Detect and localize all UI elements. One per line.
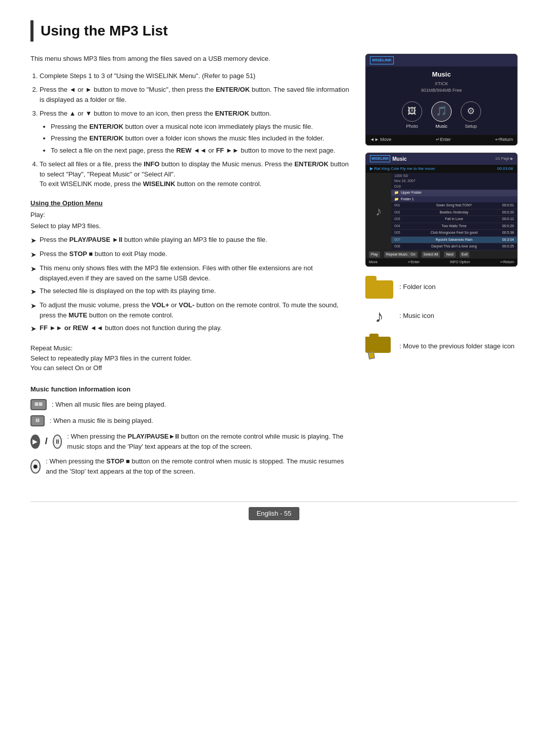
step-4-extra: To exit WISELINK mode, press the WISELIN… bbox=[40, 180, 261, 188]
file-004: 004 Two Waltz Time 00:0:29 bbox=[391, 223, 517, 230]
prev-folder-paper bbox=[368, 351, 375, 359]
step-3-sublist: Pressing the ENTER/OK button over a musi… bbox=[40, 122, 350, 156]
file-004-num: 004 bbox=[394, 224, 404, 229]
music-icon-label: : Music icon bbox=[399, 311, 434, 321]
content-area: This menu shows MP3 files from among the… bbox=[30, 54, 518, 481]
repeat-desc2: You can select On or Off bbox=[30, 363, 350, 373]
step-3-sub-2-bold: ENTER/OK bbox=[89, 134, 123, 142]
folder-tab bbox=[365, 276, 376, 280]
arrow-item-5-text: To adjust the music volume, press the VO… bbox=[40, 300, 350, 320]
icon-stop: ⏺ bbox=[30, 459, 41, 474]
file-005-time: 00:5:38 bbox=[502, 230, 514, 236]
ui-screen-music-menu: WISELINK Music XTICK901MB/994MB Free 🖼 P… bbox=[365, 54, 518, 146]
arrow-item-2-text: Press the STOP ■ button to exit Play mod… bbox=[40, 249, 167, 259]
play-label: Play: bbox=[30, 210, 350, 220]
file-008-num: 008 bbox=[394, 244, 404, 249]
ui-nav-enter: ↵Enter bbox=[436, 136, 451, 143]
music-nav-info: INFO Option bbox=[450, 260, 470, 265]
page-title: Using the MP3 List bbox=[30, 20, 518, 42]
music-nav-bar: Move ↵Enter INFO Option ↩Return bbox=[366, 259, 517, 266]
ui-icon-photo: 🖼 Photo bbox=[402, 101, 422, 130]
step-4-info: INFO bbox=[144, 160, 159, 168]
file-001-name: Swan Song feat.TONY bbox=[436, 203, 472, 208]
ff-rew-bold: FF ►► or REW ◄◄ bbox=[40, 324, 103, 332]
icon-play-pause-label: : When pressing the PLAY/PAUSE►II button… bbox=[67, 431, 350, 451]
folder-1-icon-sym: 📁 bbox=[394, 197, 399, 202]
volplus-bold: VOL+ bbox=[152, 301, 169, 309]
file-002-time: 00:0:20 bbox=[502, 210, 514, 215]
step-2-text: Press the ◄ or ► button to move to "Musi… bbox=[40, 86, 349, 103]
music-nav-enter: ↵Enter bbox=[408, 260, 420, 265]
ui-screen-sub-1: XTICK901MB/994MB Free bbox=[366, 81, 517, 94]
arrow-item-1: ➤ Press the PLAY/PAUSE ►II button while … bbox=[30, 235, 350, 246]
music-note-icon: ♪ bbox=[366, 173, 391, 250]
folder-icon-label: : Folder icon bbox=[399, 282, 436, 292]
music-list-area: ♪ 1000 SD Nov 16, 2007 D16 📁 Upper Folde… bbox=[366, 173, 517, 250]
ctrl-next: Next bbox=[444, 251, 455, 258]
upper-folder-label: Upper Folder bbox=[401, 190, 422, 196]
footer-badge: English - 55 bbox=[249, 507, 300, 520]
repeat-label: Repeat Music: bbox=[30, 343, 350, 353]
step-3-sub-3-rew: REW ◄◄ bbox=[176, 147, 207, 154]
ui-icon-music-circle: 🎵 bbox=[431, 101, 452, 122]
arrow-item-2: ➤ Press the STOP ■ button to exit Play m… bbox=[30, 249, 350, 260]
file-003: 003 Fall in Love 00:0:12 bbox=[391, 216, 517, 223]
ctrl-repeat: Repeat Music : On bbox=[384, 251, 418, 258]
ui-icon-setup-label: Setup bbox=[465, 123, 477, 130]
arrow-item-1-text: Press the PLAY/PAUSE ►II button while pl… bbox=[40, 235, 267, 245]
icon-row-play-pause: ▶ / ⏸ : When pressing the PLAY/PAUSE►II … bbox=[30, 431, 350, 451]
step-2: Press the ◄ or ► button to move to "Musi… bbox=[40, 85, 350, 104]
prev-folder-label: : Move to the previous folder stage icon bbox=[399, 341, 515, 351]
file-001-time: 00:0:01 bbox=[502, 203, 514, 208]
file-008-time: 00:0:25 bbox=[502, 244, 514, 249]
arrow-item-5: ➤ To adjust the music volume, press the … bbox=[30, 300, 350, 320]
music-nav-return: ↩Return bbox=[500, 260, 514, 265]
file-002-num: 002 bbox=[394, 210, 404, 215]
icon-row-all-files: ⊞⊞ : When all music files are being play… bbox=[30, 399, 350, 410]
music-screen-pageinfo: 1/1 Page ▶ bbox=[495, 156, 513, 162]
icon-single-file: ⊟ bbox=[30, 415, 45, 426]
option-menu-heading: Using the Option Menu bbox=[30, 198, 350, 208]
ctrl-exit: Exit bbox=[460, 251, 470, 258]
step-3-text: Press the ▲ or ▼ button to move to an ic… bbox=[40, 110, 271, 117]
arrow-item-3-text: This menu only shows files with the MP3 … bbox=[40, 263, 350, 283]
music-file-list: 1000 SD Nov 16, 2007 D16 📁 Upper Folder … bbox=[391, 173, 517, 250]
ui-icon-photo-circle: 🖼 bbox=[402, 101, 422, 122]
ui-icon-music: 🎵 Music bbox=[431, 101, 452, 130]
ui-screen-title-1: Music bbox=[366, 66, 517, 81]
step-4-wiselink: WISELINK bbox=[143, 180, 176, 188]
play-pause-func-bold: PLAY/PAUSE►II bbox=[128, 433, 179, 440]
arrow-sym-6: ➤ bbox=[30, 323, 37, 334]
icon-single-file-label: : When a music file is being played. bbox=[50, 416, 153, 426]
icon-pause: ⏸ bbox=[53, 435, 62, 449]
ui-screen-music-list: WISELINK Music 1/1 Page ▶ ▶ Rat King Col… bbox=[365, 153, 518, 267]
file-007-name: Ryuichi Sakamoto Rain bbox=[435, 237, 472, 243]
stop-func-bold: STOP ■ bbox=[107, 457, 130, 465]
file-001: 001 Swan Song feat.TONY 00:0:01 bbox=[391, 202, 517, 209]
arrow-sym-5: ➤ bbox=[30, 301, 37, 311]
repeat-section: Repeat Music: Select to repeatedly play … bbox=[30, 343, 350, 373]
file-007-num: 007 bbox=[394, 237, 404, 243]
file-004-name: Two Waltz Time bbox=[441, 224, 466, 229]
music-icon-container: ♪ bbox=[365, 305, 393, 328]
file-001-num: 001 bbox=[394, 203, 404, 208]
repeat-desc1: Select to repeatedly play MP3 files in t… bbox=[30, 353, 350, 364]
step-4-text: To select all files or a file, press the… bbox=[40, 160, 349, 178]
file-008: 008 Darjeel This ain't a love song 00:0:… bbox=[391, 243, 517, 250]
icon-explain-music: ♪ : Music icon bbox=[365, 305, 518, 328]
arrow-item-4: ➤ The selected file is displayed on the … bbox=[30, 286, 350, 297]
ui-nav-move: ◄► Move bbox=[370, 136, 391, 143]
page-footer: English - 55 bbox=[30, 501, 518, 520]
folder-1-label: Folder 1 bbox=[401, 197, 414, 202]
folder-body bbox=[365, 280, 393, 299]
file-004-time: 00:0:29 bbox=[502, 224, 514, 229]
step-3-bold: ENTER/OK bbox=[215, 110, 249, 117]
now-playing-time: 00:03:08 bbox=[497, 166, 513, 172]
ui-icon-setup-circle: ⚙ bbox=[461, 101, 481, 122]
file-005-num: 005 bbox=[394, 230, 404, 236]
icon-stop-label: : When pressing the STOP ■ button on the… bbox=[46, 456, 350, 476]
right-column: WISELINK Music XTICK901MB/994MB Free 🖼 P… bbox=[365, 54, 518, 481]
folder-1-item: 📁 Folder 1 bbox=[391, 196, 517, 203]
icon-row-stop: ⏺ : When pressing the STOP ■ button on t… bbox=[30, 456, 350, 476]
date-3: D16 bbox=[394, 184, 514, 190]
